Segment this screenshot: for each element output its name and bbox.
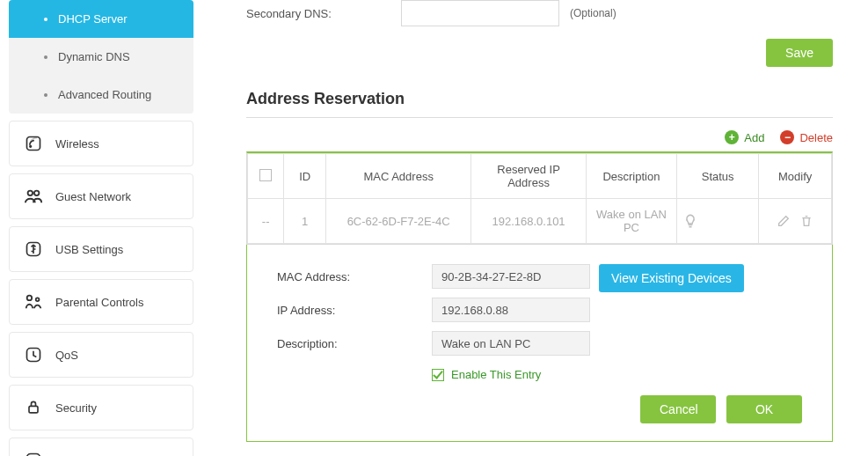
sidebar-sub-label: Dynamic DNS [58, 50, 130, 63]
reservation-table: ID MAC Address Reserved IP Address Descr… [246, 151, 833, 245]
description-label: Description: [277, 337, 432, 350]
edit-icon[interactable] [777, 214, 791, 228]
secondary-dns-row: Secondary DNS: (Optional) [246, 0, 833, 26]
header-status: Status [677, 154, 759, 199]
trash-icon[interactable] [799, 214, 813, 228]
sidebar-item-label: QoS [55, 349, 78, 362]
bulb-icon[interactable] [682, 213, 753, 229]
enable-entry-checkbox[interactable]: Enable This Entry [432, 368, 802, 381]
minus-icon: − [780, 130, 794, 144]
add-button[interactable]: + Add [725, 130, 764, 144]
ip-address-input[interactable] [432, 298, 590, 322]
sidebar-item-dhcp-server[interactable]: DHCP Server [9, 0, 193, 38]
edit-entry-panel: MAC Address: View Existing Devices IP Ad… [246, 245, 833, 442]
svg-point-3 [34, 191, 39, 196]
checkmark-icon [432, 369, 444, 381]
table-row: -- 1 6C-62-6D-F7-2E-4C 192.168.0.101 Wak… [248, 199, 832, 244]
cancel-button[interactable]: Cancel [640, 395, 716, 423]
sidebar-sub-label: Advanced Routing [58, 88, 151, 101]
sidebar-item-guest-network[interactable]: Guest Network [9, 173, 193, 219]
header-modify: Modify [759, 154, 832, 199]
sidebar-item-nat-forwarding[interactable]: NAT Forwarding [9, 438, 193, 456]
save-button[interactable]: Save [766, 39, 833, 67]
delete-label: Delete [799, 131, 833, 144]
header-mac: MAC Address [325, 154, 470, 199]
nat-forwarding-icon [24, 451, 43, 456]
sidebar-item-wireless[interactable]: Wireless [9, 121, 193, 166]
qos-icon [24, 345, 43, 364]
row-id: 1 [284, 199, 326, 244]
action-bar: + Add − Delete [246, 130, 833, 144]
sidebar-item-security[interactable]: Security [9, 385, 193, 430]
header-checkbox [248, 154, 284, 199]
svg-rect-8 [29, 406, 38, 413]
sidebar-item-usb-settings[interactable]: USB Settings [9, 226, 193, 272]
sidebar-item-label: USB Settings [55, 243, 123, 256]
enable-entry-label: Enable This Entry [451, 368, 541, 381]
sidebar-item-qos[interactable]: QoS [9, 332, 193, 378]
header-description: Description [586, 154, 676, 199]
usb-icon [24, 239, 43, 259]
secondary-dns-input[interactable] [401, 0, 559, 26]
sidebar-item-parental-controls[interactable]: Parental Controls [9, 279, 193, 325]
ok-button[interactable]: OK [726, 395, 802, 423]
main-content: Secondary DNS: (Optional) Save Address R… [202, 0, 868, 456]
description-input[interactable] [432, 331, 590, 356]
select-all-checkbox[interactable] [259, 169, 272, 181]
svg-point-1 [30, 146, 32, 148]
row-ip: 192.168.0.101 [471, 199, 586, 244]
optional-label: (Optional) [570, 7, 616, 19]
sidebar-subnav: DHCP Server Dynamic DNS Advanced Routing [9, 0, 193, 114]
header-id: ID [284, 154, 326, 199]
sidebar-item-advanced-routing[interactable]: Advanced Routing [9, 76, 193, 114]
svg-point-5 [27, 296, 33, 301]
row-description: Wake on LAN PC [586, 199, 676, 244]
sidebar-sub-label: DHCP Server [58, 12, 128, 26]
parental-controls-icon [24, 292, 43, 312]
row-dash: -- [248, 199, 284, 244]
guest-network-icon [24, 187, 43, 206]
section-title: Address Reservation [246, 90, 833, 118]
sidebar-item-label: Parental Controls [55, 296, 143, 309]
row-modify [759, 199, 832, 244]
header-ip: Reserved IP Address [471, 154, 586, 199]
wireless-icon [24, 134, 43, 153]
sidebar-item-label: Security [55, 401, 97, 415]
svg-point-2 [28, 191, 33, 196]
row-status [677, 199, 759, 244]
mac-address-input[interactable] [432, 264, 590, 289]
mac-address-label: MAC Address: [277, 270, 432, 283]
ip-address-label: IP Address: [277, 304, 432, 317]
security-icon [24, 398, 43, 417]
sidebar-item-label: Wireless [55, 137, 99, 151]
delete-button[interactable]: − Delete [780, 130, 833, 144]
sidebar: DHCP Server Dynamic DNS Advanced Routing… [0, 0, 202, 456]
add-label: Add [744, 131, 764, 144]
table-header-row: ID MAC Address Reserved IP Address Descr… [248, 154, 832, 199]
svg-point-6 [36, 298, 40, 301]
view-existing-devices-button[interactable]: View Existing Devices [599, 264, 744, 292]
sidebar-item-dynamic-dns[interactable]: Dynamic DNS [9, 38, 193, 76]
sidebar-item-label: Guest Network [55, 190, 131, 203]
secondary-dns-label: Secondary DNS: [246, 7, 401, 20]
row-mac: 6C-62-6D-F7-2E-4C [325, 199, 470, 244]
plus-icon: + [725, 130, 739, 144]
